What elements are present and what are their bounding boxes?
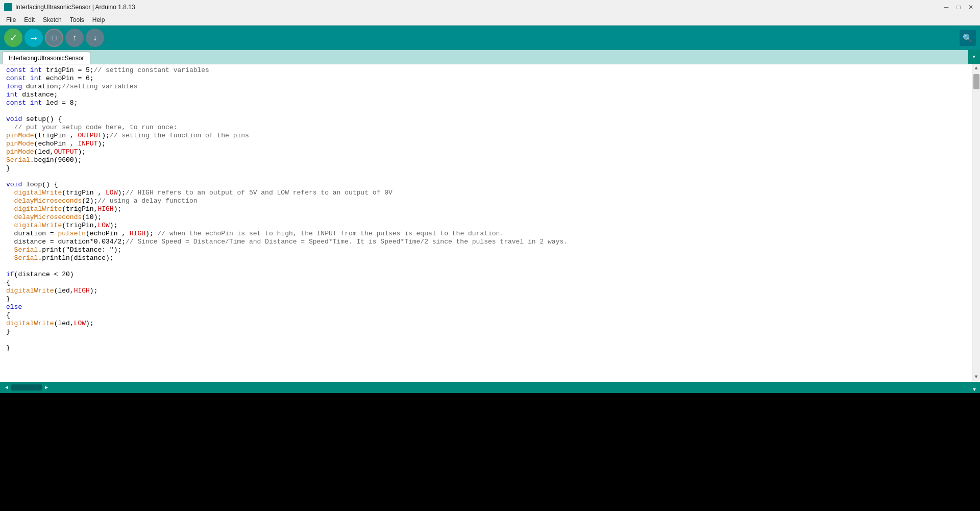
scroll-left-arrow[interactable]: ◄ — [4, 384, 9, 392]
search-button[interactable]: 🔍 — [960, 30, 976, 46]
menu-sketch[interactable]: Sketch — [39, 15, 66, 25]
status-bar: ◄ ► ▼ — [0, 382, 980, 393]
code-content: const int trigPin = 5;// setting constan… — [0, 66, 980, 352]
scroll-thumb-vertical[interactable] — [973, 74, 979, 89]
scroll-right-arrow[interactable]: ► — [44, 384, 49, 392]
menu-edit[interactable]: Edit — [20, 15, 39, 25]
close-button[interactable]: ✕ — [966, 2, 976, 12]
new-button[interactable]: □ — [45, 29, 63, 47]
editor-tab[interactable]: InterfacingUltrasonicSensor — [2, 52, 90, 64]
title-bar: InterfacingUltrasonicSensor | Arduino 1.… — [0, 0, 980, 14]
window-title: InterfacingUltrasonicSensor | Arduino 1.… — [15, 4, 135, 11]
tab-dropdown-button[interactable]: ▾ — [968, 50, 980, 64]
save-button[interactable]: ↓ — [86, 29, 104, 47]
scroll-down-indicator[interactable]: ▼ — [973, 387, 976, 393]
menu-bar: File Edit Sketch Tools Help — [0, 14, 980, 26]
vertical-scrollbar[interactable]: ▲ ▼ — [972, 64, 980, 382]
open-button[interactable]: ↑ — [65, 29, 84, 47]
console-area — [0, 393, 980, 511]
toolbar: ✓ → □ ↑ ↓ 🔍 — [0, 26, 980, 50]
app-icon — [4, 3, 12, 11]
verify-button[interactable]: ✓ — [4, 29, 22, 47]
restore-button[interactable]: □ — [953, 2, 964, 12]
minimize-button[interactable]: ─ — [941, 2, 951, 12]
scroll-up-arrow[interactable]: ▲ — [973, 64, 978, 72]
window-controls: ─ □ ✕ — [941, 2, 976, 12]
menu-file[interactable]: File — [2, 15, 20, 25]
scroll-thumb-horizontal[interactable] — [11, 384, 42, 391]
tab-label: InterfacingUltrasonicSensor — [9, 55, 84, 62]
tab-bar: InterfacingUltrasonicSensor ▾ — [0, 50, 980, 64]
status-bar-content: ◄ ► ▼ — [4, 383, 976, 392]
menu-tools[interactable]: Tools — [66, 15, 88, 25]
code-editor[interactable]: const int trigPin = 5;// setting constan… — [0, 64, 980, 382]
upload-button[interactable]: → — [24, 29, 43, 47]
scroll-down-arrow[interactable]: ▼ — [973, 373, 978, 381]
menu-help[interactable]: Help — [88, 15, 109, 25]
